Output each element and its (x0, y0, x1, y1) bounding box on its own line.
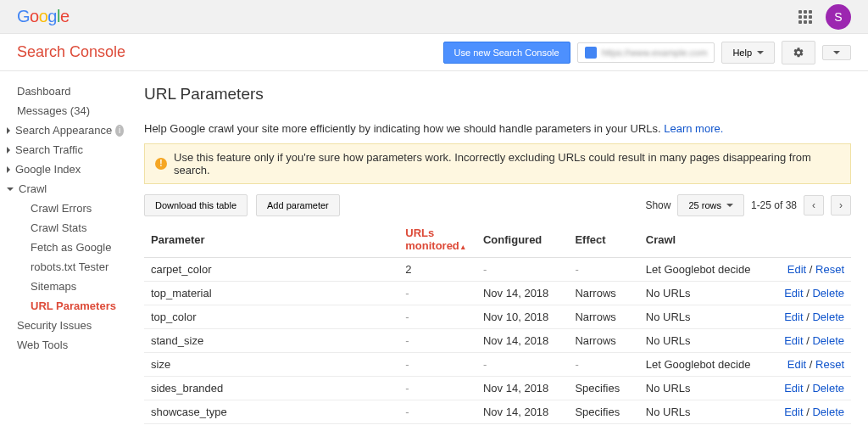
delete-link[interactable]: Delete (812, 406, 844, 418)
help-button[interactable]: Help (721, 42, 775, 64)
google-bar: Google S (0, 0, 868, 34)
edit-link[interactable]: Edit (784, 311, 803, 323)
table-toolbar: Download this table Add parameter Show 2… (144, 194, 851, 216)
cell-effect: - (568, 258, 638, 282)
sidebar-item-security[interactable]: Security Issues (0, 316, 134, 335)
rows-select[interactable]: 25 rows (677, 194, 744, 216)
table-row: size---Let Googlebot decideEdit / Reset (144, 353, 851, 377)
intro-copy: Help Google crawl your site more efficie… (144, 122, 664, 135)
cell-monitored: - (398, 377, 476, 400)
sidebar-item-messages[interactable]: Messages (34) (0, 101, 134, 120)
delete-link[interactable]: Delete (812, 382, 844, 395)
google-logo[interactable]: Google (17, 7, 70, 26)
table-row: carpet_color2--Let Googlebot decideEdit … (144, 258, 851, 282)
reset-link[interactable]: Reset (815, 263, 844, 276)
sidebar-item-url-parameters[interactable]: URL Parameters (0, 296, 134, 316)
page-title: URL Parameters (144, 85, 851, 104)
warning-banner: ! Use this feature only if you're sure h… (144, 143, 851, 184)
cell-monitored: - (398, 305, 476, 329)
col-actions (766, 221, 851, 258)
sidebar-item-sitemaps[interactable]: Sitemaps (0, 277, 134, 296)
cell-configured: Nov 14, 2018 (476, 377, 568, 400)
delete-link[interactable]: Delete (812, 311, 844, 323)
edit-link[interactable]: Edit (787, 263, 806, 276)
cell-configured: Nov 14, 2018 (476, 424, 568, 432)
prev-page-button[interactable]: ‹ (804, 195, 824, 216)
sidebar-item-search-traffic[interactable]: Search Traffic (0, 140, 134, 160)
cell-parameter: size (144, 353, 398, 377)
cell-monitored: - (398, 353, 476, 377)
col-parameter[interactable]: Parameter (144, 221, 398, 258)
col-crawl[interactable]: Crawl (639, 221, 766, 258)
sidebar-label: Search Traffic (15, 143, 83, 156)
col-monitored[interactable]: URLs monitored (398, 221, 476, 258)
delete-link[interactable]: Delete (812, 287, 844, 299)
col-effect[interactable]: Effect (568, 221, 638, 258)
use-new-console-button[interactable]: Use new Search Console (443, 42, 570, 64)
cell-crawl: No URLs (639, 377, 766, 400)
sidebar-item-google-index[interactable]: Google Index (0, 160, 134, 179)
reset-link[interactable]: Reset (815, 358, 844, 371)
avatar[interactable]: S (826, 4, 851, 30)
sidebar-item-dashboard[interactable]: Dashboard (0, 81, 134, 101)
cell-effect: - (568, 353, 638, 377)
cell-monitored: - (398, 400, 476, 424)
page-info: 1-25 of 38 (751, 199, 797, 211)
cell-effect: Narrows (568, 282, 638, 305)
sidebar-item-crawl-stats[interactable]: Crawl Stats (0, 218, 134, 238)
main-content: URL Parameters Help Google crawl your si… (134, 71, 868, 431)
cell-crawl: No URLs (639, 282, 766, 305)
parameters-table: Parameter URLs monitored Configured Effe… (144, 221, 851, 431)
cell-configured: Nov 14, 2018 (476, 329, 568, 353)
cell-actions: Edit / Delete (766, 377, 851, 400)
edit-link[interactable]: Edit (787, 358, 806, 371)
sidebar-item-crawl[interactable]: Crawl (0, 179, 134, 199)
sidebar-item-fetch-as-google[interactable]: Fetch as Google (0, 238, 134, 257)
cell-monitored: - (398, 329, 476, 353)
cell-actions: Edit / Delete (766, 400, 851, 424)
sidebar-label: Search Appearance (15, 124, 112, 137)
col-configured[interactable]: Configured (476, 221, 568, 258)
sidebar-item-robots-tester[interactable]: robots.txt Tester (0, 257, 134, 277)
sidebar: Dashboard Messages (34) Search Appearanc… (0, 71, 134, 431)
cell-actions: Edit / Reset (766, 258, 851, 282)
gear-icon (793, 47, 804, 59)
edit-link[interactable]: Edit (784, 287, 803, 299)
learn-more-link[interactable]: Learn more. (664, 122, 723, 135)
table-row: showcase_type-Nov 14, 2018SpecifiesNo UR… (144, 400, 851, 424)
cell-parameter: top_material (144, 282, 398, 305)
info-icon: i (115, 125, 124, 137)
sidebar-label: Google Index (15, 163, 81, 176)
add-parameter-button[interactable]: Add parameter (256, 194, 340, 216)
warning-text: Use this feature only if you're sure how… (174, 151, 840, 176)
cell-effect: Narrows (568, 305, 638, 329)
download-table-button[interactable]: Download this table (144, 194, 248, 216)
favicon-icon (585, 47, 597, 59)
sidebar-item-search-appearance[interactable]: Search Appearancei (0, 120, 134, 140)
edit-link[interactable]: Edit (784, 406, 803, 418)
chevron-down-icon (726, 204, 733, 207)
delete-link[interactable]: Delete (812, 334, 844, 347)
cell-configured: Nov 14, 2018 (476, 282, 568, 305)
table-row: top_material-Nov 14, 2018NarrowsNo URLsE… (144, 282, 851, 305)
settings-button[interactable] (782, 41, 815, 64)
cell-actions: Edit / Delete (766, 329, 851, 353)
cell-actions: Edit / Reset (766, 353, 851, 377)
sidebar-item-web-tools[interactable]: Web Tools (0, 335, 134, 355)
cell-configured: Nov 14, 2018 (476, 400, 568, 424)
cell-configured: - (476, 353, 568, 377)
apps-icon[interactable] (798, 10, 812, 24)
cell-monitored: - (398, 424, 476, 432)
cell-effect: Specifies (568, 377, 638, 400)
property-selector[interactable]: https://www.example.com (577, 42, 715, 63)
cell-crawl: No URLs (639, 424, 766, 432)
next-page-button[interactable]: › (831, 195, 851, 216)
edit-link[interactable]: Edit (784, 334, 803, 347)
chevron-right-icon (7, 127, 10, 134)
product-title[interactable]: Search Console (17, 43, 125, 61)
cell-crawl: No URLs (639, 305, 766, 329)
edit-link[interactable]: Edit (784, 382, 803, 395)
sidebar-item-crawl-errors[interactable]: Crawl Errors (0, 199, 134, 218)
settings-dropdown-button[interactable] (822, 45, 851, 60)
cell-actions: Edit / Delete (766, 424, 851, 432)
